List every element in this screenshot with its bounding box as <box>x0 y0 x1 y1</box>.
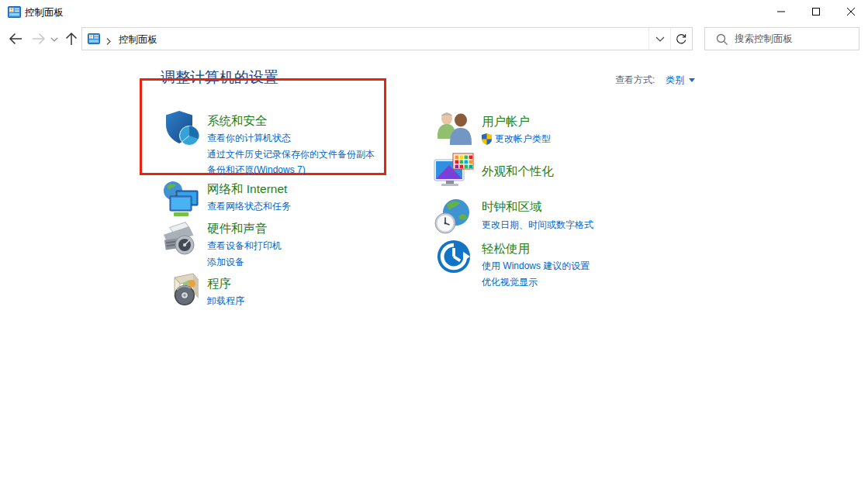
link-optimize-visual-display[interactable]: 优化视觉显示 <box>482 274 714 291</box>
category-hardware-sound: 硬件和声音 查看设备和打印机 添加设备 <box>159 219 399 266</box>
link-change-date-time-number-formats[interactable]: 更改日期、时间或数字格式 <box>482 217 714 233</box>
view-by-control: 查看方式:类别 <box>615 74 695 87</box>
shield-pie-icon[interactable] <box>164 109 201 151</box>
link-view-devices-printers[interactable]: 查看设备和打印机 <box>207 238 440 254</box>
category-title-appearance-personalization[interactable]: 外观和个性化 <box>482 164 714 179</box>
uac-shield-icon <box>482 133 492 145</box>
category-title-programs[interactable]: 程序 <box>207 276 440 291</box>
chevron-down-icon <box>655 36 665 42</box>
view-by-caret-icon[interactable] <box>689 78 695 82</box>
link-backup-restore-win7[interactable]: 备份和还原(Windows 7) <box>207 162 440 178</box>
link-view-network-status[interactable]: 查看网络状态和任务 <box>207 198 440 215</box>
printer-sound-icon[interactable] <box>159 219 202 264</box>
breadcrumb-control-panel[interactable]: 控制面板 <box>119 33 157 47</box>
category-title-hardware-sound[interactable]: 硬件和声音 <box>207 221 440 236</box>
link-file-history-backup[interactable]: 通过文件历史记录保存你的文件备份副本 <box>207 146 440 163</box>
ease-of-access-icon[interactable] <box>436 239 472 277</box>
forward-button-disabled[interactable] <box>31 32 47 46</box>
category-title-system-security[interactable]: 系统和安全 <box>207 113 440 129</box>
chevron-down-icon <box>50 37 58 42</box>
address-dropdown-button[interactable] <box>648 28 670 50</box>
monitor-palette-icon[interactable] <box>433 152 475 192</box>
globe-monitors-icon[interactable] <box>161 181 201 221</box>
category-title-ease-of-access[interactable]: 轻松使用 <box>482 241 714 257</box>
back-button[interactable] <box>8 32 23 46</box>
link-windows-suggest-settings[interactable]: 使用 Windows 建议的设置 <box>482 258 714 274</box>
category-network-internet: 网络和 Internet 查看网络状态和任务 <box>161 181 402 219</box>
back-arrow-icon <box>9 33 22 45</box>
control-panel-app-icon <box>8 5 21 22</box>
titlebar: 控制面板 <box>0 0 868 24</box>
refresh-button[interactable] <box>670 28 692 50</box>
search-icon <box>716 33 728 49</box>
up-arrow-icon <box>65 32 78 46</box>
refresh-icon <box>676 33 687 45</box>
category-title-network-internet[interactable]: 网络和 Internet <box>207 181 440 197</box>
window-title: 控制面板 <box>25 6 64 19</box>
category-appearance-personalization: 外观和个性化 <box>433 152 666 191</box>
forward-arrow-icon <box>32 33 46 45</box>
link-add-device[interactable]: 添加设备 <box>207 254 440 271</box>
link-change-account-type[interactable]: 更改帐户类型 <box>482 131 714 147</box>
maximize-button[interactable] <box>798 0 833 23</box>
page-title: 调整计算机的设置 <box>161 67 278 88</box>
close-button[interactable] <box>833 0 868 23</box>
address-bar[interactable]: 控制面板 <box>81 27 693 50</box>
search-box[interactable] <box>704 27 859 50</box>
category-user-accounts: 用户帐户 更改帐户类型 <box>436 111 669 150</box>
category-system-security: 系统和安全 查看你的计算机状态 通过文件历史记录保存你的文件备份副本 备份和还原… <box>164 109 404 171</box>
close-icon <box>846 7 856 16</box>
recent-locations-dropdown[interactable] <box>50 36 59 43</box>
search-input[interactable] <box>735 29 855 49</box>
navigation-bar: 控制面板 <box>0 24 868 53</box>
minimize-icon <box>776 7 786 16</box>
breadcrumb-chevron-icon[interactable] <box>105 35 112 49</box>
category-programs: 程序 卸载程序 <box>168 272 408 311</box>
minimize-button[interactable] <box>763 0 798 23</box>
maximize-icon <box>811 7 821 16</box>
up-button[interactable] <box>64 31 78 47</box>
category-title-user-accounts[interactable]: 用户帐户 <box>482 114 714 129</box>
category-title-clock-region[interactable]: 时钟和区域 <box>482 199 714 215</box>
link-uninstall-program[interactable]: 卸载程序 <box>207 293 440 309</box>
link-view-computer-status[interactable]: 查看你的计算机状态 <box>207 130 440 146</box>
software-box-icon[interactable] <box>168 272 202 311</box>
breadcrumb-location-icon <box>88 33 100 48</box>
category-ease-of-access: 轻松使用 使用 Windows 建议的设置 优化视觉显示 <box>436 239 669 285</box>
view-by-value[interactable]: 类别 <box>666 74 684 85</box>
view-by-label: 查看方式: <box>615 74 655 85</box>
globe-clock-icon[interactable] <box>434 198 473 238</box>
two-users-icon[interactable] <box>436 111 473 148</box>
category-clock-region: 时钟和区域 更改日期、时间或数字格式 <box>434 198 667 236</box>
